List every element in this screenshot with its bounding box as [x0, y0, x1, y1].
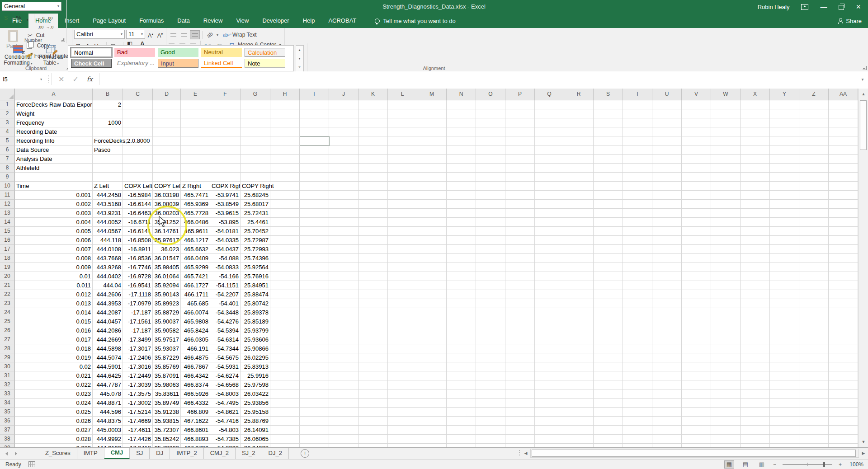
cell-V22[interactable] — [682, 290, 711, 299]
cell-I3[interactable] — [300, 118, 329, 127]
cell-R35[interactable] — [564, 408, 594, 417]
cell-T3[interactable] — [623, 118, 652, 127]
cell-Y37[interactable] — [770, 426, 799, 435]
cell-Z26[interactable] — [799, 326, 829, 335]
cell-U18[interactable] — [652, 254, 682, 263]
cell-O23[interactable] — [476, 299, 505, 308]
cell-W35[interactable] — [711, 408, 741, 417]
cell-Y38[interactable] — [770, 435, 799, 444]
cell-R9[interactable] — [564, 173, 594, 182]
cell-Z16[interactable] — [799, 236, 829, 245]
row-header-10[interactable]: 10 — [0, 182, 15, 191]
cell-K18[interactable] — [359, 254, 388, 263]
cell-D16[interactable]: 35.97617 — [153, 236, 181, 245]
cell-D11[interactable]: 36.03198 — [153, 191, 181, 200]
zoom-slider-handle[interactable] — [823, 462, 825, 467]
cell-Q24[interactable] — [535, 308, 564, 317]
cell-H19[interactable] — [270, 263, 300, 272]
share-button[interactable]: Share — [838, 14, 862, 28]
cell-O3[interactable] — [476, 118, 505, 127]
cell-O34[interactable] — [476, 399, 505, 408]
cell-M29[interactable] — [417, 353, 447, 362]
cell-Q27[interactable] — [535, 335, 564, 344]
cell-E34[interactable]: 466.4332 — [181, 399, 210, 408]
cell-S3[interactable] — [594, 118, 623, 127]
cell-F5[interactable] — [210, 136, 241, 145]
cell-C34[interactable]: -17.3002 — [123, 399, 153, 408]
cell-D14[interactable]: 35.91252 — [153, 218, 181, 227]
cell-S13[interactable] — [594, 209, 623, 218]
cell-C36[interactable]: -17.4669 — [123, 417, 153, 426]
column-header-A[interactable]: A — [15, 89, 93, 100]
cell-B24[interactable]: 444.2087 — [93, 308, 123, 317]
cell-A27[interactable]: 0.017 — [15, 335, 93, 344]
cell-R29[interactable] — [564, 353, 594, 362]
cell-H20[interactable] — [270, 272, 300, 281]
cell-D23[interactable]: 35.89923 — [153, 299, 181, 308]
cell-D3[interactable] — [153, 118, 181, 127]
ribbon-tab-acrobat[interactable]: ACROBAT — [321, 14, 363, 28]
row-header-22[interactable]: 22 — [0, 290, 15, 299]
formula-bar-splitter[interactable] — [45, 73, 52, 85]
cell-Z9[interactable] — [799, 173, 829, 182]
cell-L14[interactable] — [388, 218, 417, 227]
cell-D13[interactable]: 36.00203 — [153, 209, 181, 218]
cell-N39[interactable] — [447, 444, 476, 447]
cell-T36[interactable] — [623, 417, 652, 426]
cell-I29[interactable] — [300, 353, 329, 362]
cell-Q23[interactable] — [535, 299, 564, 308]
cell-K35[interactable] — [359, 408, 388, 417]
cell-N16[interactable] — [447, 236, 476, 245]
cell-D20[interactable]: 36.01064 — [153, 272, 181, 281]
cell-C16[interactable]: -16.8508 — [123, 236, 153, 245]
cell-J3[interactable] — [329, 118, 359, 127]
cell-B10[interactable]: Z Left — [93, 182, 123, 191]
cell-I33[interactable] — [300, 389, 329, 399]
cell-S10[interactable] — [594, 182, 623, 191]
cell-J16[interactable] — [329, 236, 359, 245]
cell-Q19[interactable] — [535, 263, 564, 272]
cell-I27[interactable] — [300, 335, 329, 344]
cell-P17[interactable] — [505, 245, 535, 254]
cell-I24[interactable] — [300, 308, 329, 317]
cell-H5[interactable] — [270, 136, 300, 145]
cell-V12[interactable] — [682, 200, 711, 209]
cell-E10[interactable]: Z Right — [181, 182, 210, 191]
cell-C2[interactable] — [123, 109, 153, 118]
ribbon-tab-review[interactable]: Review — [197, 14, 230, 28]
cell-X14[interactable] — [741, 218, 770, 227]
cell-Z8[interactable] — [799, 164, 829, 173]
cell-L18[interactable] — [388, 254, 417, 263]
cell-R10[interactable] — [564, 182, 594, 191]
cell-AA26[interactable] — [829, 326, 858, 335]
cell-I28[interactable] — [300, 344, 329, 353]
cell-G29[interactable]: 26.02295 — [241, 353, 270, 362]
ribbon-tab-help[interactable]: Help — [296, 14, 322, 28]
cell-P21[interactable] — [505, 281, 535, 290]
cell-E16[interactable]: 466.1217 — [181, 236, 210, 245]
cell-AA32[interactable] — [829, 380, 858, 389]
cell-F26[interactable]: -54.5394 — [210, 326, 241, 335]
cell-W16[interactable] — [711, 236, 741, 245]
cell-E6[interactable] — [181, 145, 210, 155]
cell-C25[interactable]: -17.1561 — [123, 317, 153, 326]
cell-AA38[interactable] — [829, 435, 858, 444]
cell-L6[interactable] — [388, 145, 417, 155]
cell-M38[interactable] — [417, 435, 447, 444]
cell-C38[interactable]: -17.4426 — [123, 435, 153, 444]
cell-R4[interactable] — [564, 127, 594, 136]
cell-F8[interactable] — [210, 164, 241, 173]
cell-F3[interactable] — [210, 118, 241, 127]
cell-Y24[interactable] — [770, 308, 799, 317]
cell-A36[interactable]: 0.026 — [15, 417, 93, 426]
cell-O38[interactable] — [476, 435, 505, 444]
cell-U28[interactable] — [652, 344, 682, 353]
cell-J5[interactable] — [329, 136, 359, 145]
cell-T21[interactable] — [623, 281, 652, 290]
cell-Z18[interactable] — [799, 254, 829, 263]
cell-G28[interactable]: 25.90866 — [241, 344, 270, 353]
cell-K15[interactable] — [359, 227, 388, 236]
cell-F34[interactable]: -54.7495 — [210, 399, 241, 408]
cell-N25[interactable] — [447, 317, 476, 326]
cell-C3[interactable] — [123, 118, 153, 127]
